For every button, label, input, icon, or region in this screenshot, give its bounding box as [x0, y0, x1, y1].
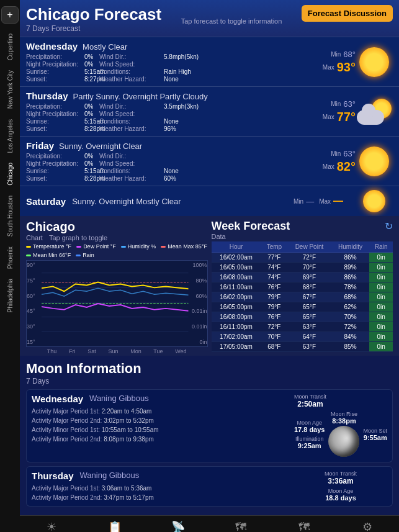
legend-rain-dot — [76, 255, 81, 256]
moon-image-wed — [328, 426, 359, 457]
tab-interactive-maps[interactable]: 🗺 Interactive Maps — [209, 516, 272, 532]
forecast-discussion-button[interactable]: Forecast Discussion — [302, 5, 393, 22]
forecast-day-saturday[interactable]: Saturday Sunny. Overnight Mostly Clear M… — [20, 186, 399, 216]
week-table: Hour Temp Dew Point Humidity Rain 16/02:… — [212, 241, 393, 352]
legend-max-dot — [161, 246, 166, 248]
tabbar: ☀ Current 📋 Forecast 📡 Radar 🗺 Interacti… — [20, 515, 399, 532]
interactive-maps-icon: 🗺 — [235, 521, 246, 533]
line-chart[interactable]: 90° 75° 60° 45° 30° 15° 100% 80% 60% 0.0… — [26, 260, 208, 347]
forecast-grid-thursday: Precipitation:0% Wind Dir.:3.5mph(3kn) N… — [26, 103, 294, 132]
weather-icon-thursday — [356, 99, 393, 125]
legend-temp-dot — [26, 246, 31, 248]
table-row: 16/02:00pm 79°F 67°F 68% 0in — [212, 292, 393, 302]
moon-day-name-thu: Thursday — [32, 471, 74, 481]
forecast-icon: 📋 — [108, 520, 122, 532]
col-dew: Dew Point — [287, 241, 331, 253]
settings-icon: ⚙ — [362, 520, 372, 532]
chart-tap-hint: Tap graph to toggle — [49, 234, 107, 241]
sidebar-item-chicago[interactable]: Chicago — [6, 159, 15, 189]
week-forecast: Week Forecast Data ↻ Hour Temp Dew Point… — [212, 220, 393, 356]
day-name-saturday: Saturday — [26, 196, 66, 207]
header-left: Chicago Forecast 7 Days Forecast — [26, 5, 161, 33]
forecast-grid-friday: Precipitation:0% Wind Dir.: Night Precip… — [26, 153, 294, 182]
table-row: 16/08:00pm 76°F 65°F 70% 0in — [212, 312, 393, 322]
sidebar-item-philadelphia[interactable]: Philadelphia — [6, 275, 15, 317]
sidebar-item-southhouston[interactable]: South Houston — [6, 192, 15, 240]
day-desc-saturday: Sunny. Overnight Mostly Clear — [72, 197, 181, 206]
tab-forecast[interactable]: 📋 Forecast — [83, 516, 146, 532]
tab-map[interactable]: 🗺 Map — [272, 516, 336, 532]
weather-icon-saturday — [356, 190, 393, 212]
sun-icon — [359, 47, 389, 77]
day-name-thursday: Thursday — [26, 91, 68, 101]
forecast-day-thursday[interactable]: Thursday Partly Sunny. Overnight Partly … — [20, 86, 399, 136]
tap-hint: Tap forecast to toggle information — [161, 5, 302, 25]
moon-info-wed: Moon Transit 2:50am Moon Age 17.8 days I… — [294, 394, 387, 458]
col-temp: Temp — [261, 241, 288, 253]
current-icon: ☀ — [47, 520, 56, 532]
sidebar-item-phoenix[interactable]: Phoenix — [6, 243, 15, 273]
sidebar-item-losangeles[interactable]: Los Angeles — [6, 115, 15, 157]
moon-day-name-wed: Wednesday — [32, 394, 83, 404]
legend-humidity-dot — [121, 246, 126, 248]
weather-icon-wednesday — [356, 47, 393, 77]
tab-current[interactable]: ☀ Current — [20, 516, 83, 532]
moon-subtitle: 7 Days — [26, 377, 393, 385]
week-forecast-title: Week Forecast — [212, 220, 290, 233]
moon-phase-wed: Waning Gibbous — [89, 394, 149, 404]
sun-icon-friday — [359, 147, 389, 176]
moon-activity-wed: Activity Major Period 1st: 2:20am to 4:5… — [32, 407, 289, 444]
map-icon: 🗺 — [298, 521, 310, 533]
sidebar: + Cupertino New York City Los Angeles Ch… — [0, 0, 20, 532]
sidebar-item-cupertino[interactable]: Cupertino — [6, 30, 15, 64]
main-content: Chicago Forecast 7 Days Forecast Tap for… — [20, 0, 399, 532]
table-row: 16/05:00pm 79°F 65°F 62% 0in — [212, 302, 393, 312]
day-desc-thursday: Partly Sunny. Overnight Partly Cloudy — [73, 92, 208, 101]
day-name-wednesday: Wednesday — [26, 41, 78, 52]
week-forecast-subtitle: Data — [212, 233, 290, 240]
chart-legend: Temperature °F Dew Point °F Humidity % M… — [26, 243, 208, 258]
moon-section: Moon Information 7 Days Wednesday Waning… — [20, 356, 399, 515]
legend-dew-dot — [76, 246, 81, 248]
table-row: 17/02:00am 70°F 64°F 84% 0in — [212, 332, 393, 342]
col-humidity: Humidity — [331, 241, 370, 253]
chart-left: Chicago Chart Tap graph to toggle Temper… — [26, 220, 208, 356]
table-row: 16/11:00am 76°F 68°F 78% 0in — [212, 282, 393, 292]
moon-activity-thu: Activity Major Period 1st: 3:06am to 5:3… — [32, 484, 289, 502]
chart-x-labels: Thu Fri Sat Sun Mon Tue Wed — [26, 347, 208, 356]
header: Chicago Forecast 7 Days Forecast Tap for… — [20, 0, 399, 37]
sun-icon-saturday — [363, 190, 385, 212]
chart-svg — [42, 261, 189, 346]
moon-phase-thu: Waning Gibbous — [80, 471, 140, 481]
table-header-row: Hour Temp Dew Point Humidity Rain — [212, 241, 393, 253]
forecast-day-friday[interactable]: Friday Sunny. Overnight Clear Precipitat… — [20, 136, 399, 186]
table-row: 16/02:00am 77°F 72°F 86% 0in — [212, 253, 393, 263]
tab-radar[interactable]: 📡 Radar — [146, 516, 210, 532]
legend-min-dot — [26, 255, 31, 256]
chart-title: Chicago — [26, 220, 107, 234]
weather-icon-friday — [356, 147, 393, 176]
radar-icon: 📡 — [171, 520, 185, 532]
chart-subtitle: Chart — [26, 234, 43, 241]
forecast-day-wednesday[interactable]: Wednesday Mostly Clear Precipitation:0% … — [20, 37, 399, 86]
table-row: 16/05:00am 74°F 70°F 89% 0in — [212, 263, 393, 273]
partly-cloudy-icon — [357, 99, 392, 125]
moon-day-wednesday: Wednesday Waning Gibbous Activity Major … — [26, 389, 393, 462]
sidebar-item-newyork[interactable]: New York City — [6, 66, 15, 112]
refresh-button[interactable]: ↻ — [385, 220, 393, 232]
table-row: 16/11:00pm 72°F 63°F 72% 0in — [212, 322, 393, 332]
table-row: 17/05:00am 68°F 63°F 85% 0in — [212, 342, 393, 352]
page-title: Chicago Forecast — [26, 5, 161, 24]
add-city-button[interactable]: + — [1, 6, 19, 24]
week-table-body: 16/02:00am 77°F 72°F 86% 0in 16/05:00am … — [212, 253, 393, 352]
forecast-subtitle: 7 Days Forecast — [26, 24, 161, 33]
col-hour: Hour — [212, 241, 261, 253]
tab-settings[interactable]: ⚙ Settings — [336, 516, 399, 532]
moon-info-thu: Moon Transit 3:36am Moon Age 18.8 days — [294, 471, 387, 502]
col-rain: Rain — [369, 241, 393, 253]
day-desc-friday: Sunny. Overnight Clear — [59, 142, 142, 151]
forecast-grid-wednesday: Precipitation:0% Wind Dir.:5.8mph(5kn) N… — [26, 53, 294, 83]
chart-section: Chicago Chart Tap graph to toggle Temper… — [20, 216, 399, 356]
moon-title: Moon Information — [26, 361, 393, 377]
table-row: 16/08:00am 74°F 69°F 86% 0in — [212, 273, 393, 282]
